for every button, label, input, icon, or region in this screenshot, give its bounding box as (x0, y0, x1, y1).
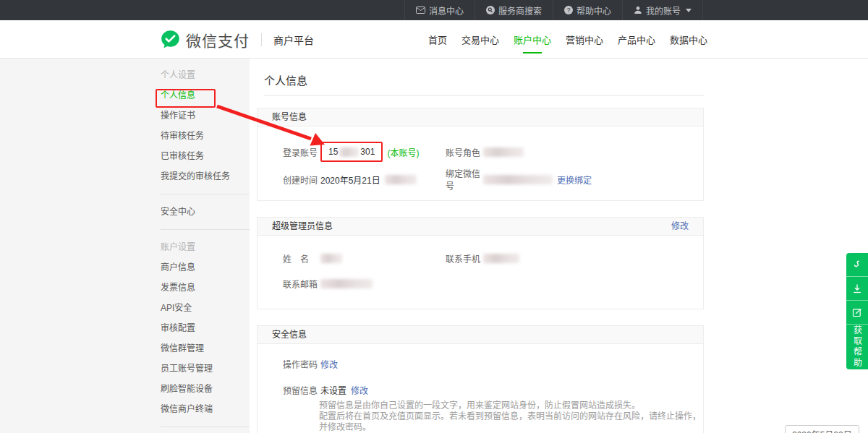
sidebar-item-pending-review-tasks[interactable]: 待审核任务 (161, 126, 250, 146)
sidebar-item-wechat-group-management[interactable]: 微信群管理 (161, 338, 250, 359)
admin-name-row: 姓 名 (283, 246, 342, 270)
get-help-button[interactable]: 获取帮助 (846, 325, 868, 369)
topbar-item-label: 帮助中心 (576, 4, 611, 17)
user-icon (634, 6, 642, 14)
admin-phone-label: 联系手机 (446, 252, 483, 265)
topbar-item-label: 服务商搜索 (498, 4, 542, 17)
sidebar-item-api-security[interactable]: API安全 (161, 298, 250, 318)
chevron-down-icon (686, 9, 692, 12)
main-nav: 首页 交易中心 账户中心 营销中心 产品中心 数据中心 (428, 20, 707, 59)
login-account-label: 登录账号 (283, 146, 320, 158)
admin-phone-row: 联系手机 (446, 246, 519, 270)
brand-name: 微信支付 (186, 29, 250, 51)
change-binding-link[interactable]: 更换绑定 (557, 173, 592, 186)
account-role-row: 账号角色 (446, 140, 524, 163)
topbar-item-messages[interactable]: 消息中心 (404, 0, 475, 20)
created-time-label: 创建时间 (283, 173, 320, 186)
redacted-value (320, 279, 373, 288)
redacted-value (385, 175, 417, 184)
topbar-item-provider-search[interactable]: 服务商搜索 (475, 0, 553, 20)
header: 微信支付 商户平台 首页 交易中心 账户中心 营销中心 产品中心 数据中心 (0, 20, 868, 59)
brand-separator (261, 33, 262, 46)
nav-transaction-center[interactable]: 交易中心 (461, 20, 499, 59)
nav-data-center[interactable]: 数据中心 (670, 20, 707, 59)
super-admin-card-header: 超级管理员信息 修改 (258, 218, 703, 236)
admin-email-row: 联系邮箱 (283, 272, 373, 295)
created-time-row: 创建时间 2020年5月21日 (283, 168, 417, 191)
download-icon (852, 283, 862, 293)
current-account-tag: (本账号) (387, 146, 419, 158)
topbar: 消息中心 服务商搜索 ? 帮助中心 我的账号 (0, 0, 868, 20)
created-time-value: 2020年5月21日 (320, 173, 380, 186)
sidebar-item-merchant-info[interactable]: 商户信息 (161, 257, 250, 278)
feedback-button[interactable] (846, 301, 868, 325)
sidebar-section-personal-settings: 个人设置 (161, 65, 250, 85)
operation-password-label: 操作密码 (283, 358, 320, 370)
login-account-suffix: 301 (360, 147, 375, 157)
redacted-value (483, 175, 553, 184)
sidebar-item-review-config[interactable]: 审核配置 (161, 318, 250, 338)
svg-text:?: ? (567, 7, 571, 14)
sidebar-section-account-settings: 账户设置 (161, 237, 250, 257)
nav-product-center[interactable]: 产品中心 (618, 20, 655, 59)
bound-wechat-label: 绑定微信号 (446, 167, 483, 192)
sidebar-item-reviewed-tasks[interactable]: 已审核任务 (161, 146, 250, 166)
redacted-value (483, 254, 519, 263)
page-title: 个人信息 (264, 72, 307, 87)
bound-wechat-row: 绑定微信号 更换绑定 (446, 168, 592, 191)
login-account-row: 登录账号 15 301 (本账号) (283, 140, 419, 163)
redacted-value (320, 254, 342, 263)
redacted-value (339, 147, 359, 157)
nav-account-center[interactable]: 账户中心 (514, 20, 551, 59)
redacted-value (483, 147, 524, 157)
topbar-item-my-account[interactable]: 我的账号 (622, 0, 703, 20)
nav-home[interactable]: 首页 (428, 20, 447, 59)
admin-modify-link[interactable]: 修改 (671, 218, 689, 236)
operation-password-row: 操作密码 修改 (283, 352, 338, 375)
edit-icon (852, 307, 862, 317)
topbar-item-help-center[interactable]: ? 帮助中心 (553, 0, 622, 20)
sidebar-item-wechat-merchant-terminal[interactable]: 微信商户终端 (161, 399, 250, 419)
brand[interactable]: 微信支付 商户平台 (161, 20, 314, 59)
login-account-prefix: 15 (328, 147, 338, 157)
nav-marketing-center[interactable]: 营销中心 (566, 20, 603, 59)
security-info-card: 安全信息 操作密码 修改 预留信息 未设置 修改 预留信息是由你自己设置的一段文… (257, 325, 704, 433)
search-icon (486, 6, 495, 14)
sidebar-item-personal-info[interactable]: 个人信息 (161, 85, 250, 106)
sidebar-divider (161, 229, 250, 230)
reserve-info-label: 预留信息 (283, 384, 320, 396)
sidebar-item-my-submitted-tasks[interactable]: 我提交的审核任务 (161, 166, 250, 187)
wechat-pay-logo-icon (161, 30, 180, 49)
sidebar-item-invoice-info[interactable]: 发票信息 (161, 278, 250, 298)
mail-icon (416, 7, 425, 14)
account-info-card: 账号信息 登录账号 15 301 (本账号) 账号角色 创建时间 (257, 108, 704, 201)
date-chip: 2020年5月22日 (785, 425, 859, 433)
brand-portal: 商户平台 (273, 33, 314, 47)
tip-line: 预留信息是由你自己设置的一段文字，用来鉴定网站身份，防止假冒网站造成损失。 (319, 400, 703, 411)
service-icon (852, 260, 862, 270)
get-help-label: 获取帮助 (851, 325, 864, 369)
reserve-info-value: 未设置 (320, 384, 346, 396)
reserve-info-tips: 预留信息是由你自己设置的一段文字，用来鉴定网站身份，防止假冒网站造成损失。 配置… (319, 400, 703, 433)
sidebar: 个人设置 个人信息 操作证书 待审核任务 已审核任务 我提交的审核任务 安全中心… (161, 65, 250, 433)
admin-email-label: 联系邮箱 (283, 278, 320, 290)
sidebar-divider (161, 426, 250, 427)
tip-line: 配置后将在首页及充值页面显示。若未看到预留信息，表明当前访问的网站存在风险，请终… (319, 411, 703, 433)
admin-name-label: 姓 名 (283, 252, 320, 265)
account-info-card-header: 账号信息 (258, 108, 703, 127)
download-button[interactable] (846, 277, 868, 301)
super-admin-card: 超级管理员信息 修改 姓 名 联系手机 联系邮箱 (257, 217, 704, 309)
password-modify-link[interactable]: 修改 (320, 358, 338, 370)
topbar-menu: 消息中心 服务商搜索 ? 帮助中心 我的账号 (404, 0, 703, 20)
title-divider (264, 95, 704, 96)
sidebar-item-operation-certificate[interactable]: 操作证书 (161, 106, 250, 126)
reserve-modify-link[interactable]: 修改 (351, 384, 368, 396)
reserve-info-row: 预留信息 未设置 修改 (283, 378, 368, 401)
sidebar-item-staff-account-management[interactable]: 员工账号管理 (161, 359, 250, 379)
customer-service-button[interactable] (846, 253, 868, 277)
sidebar-item-face-smart-device[interactable]: 刷脸智能设备 (161, 379, 250, 399)
sidebar-item-security-center[interactable]: 安全中心 (161, 202, 250, 222)
security-info-card-header: 安全信息 (258, 326, 703, 344)
topbar-item-label: 消息中心 (429, 4, 464, 17)
topbar-item-label: 我的账号 (646, 4, 681, 17)
